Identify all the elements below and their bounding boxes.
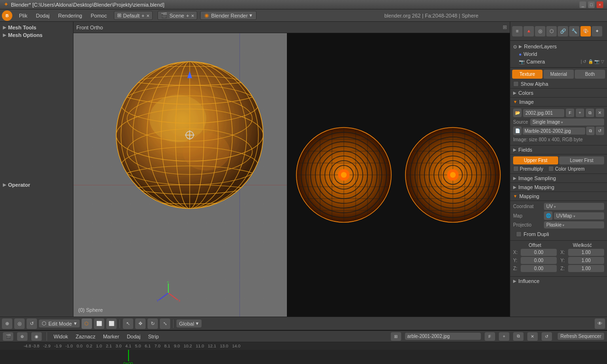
- seq-f-btn[interactable]: F: [485, 332, 495, 341]
- tab-material[interactable]: Material: [543, 70, 574, 79]
- file-copy-btn[interactable]: ⧉: [586, 127, 595, 135]
- props-icon-particles[interactable]: ✦: [592, 26, 602, 36]
- toolbar-icon-select[interactable]: ↖: [123, 318, 133, 329]
- show-alpha-checkbox[interactable]: [513, 81, 519, 87]
- projectio-dropdown[interactable]: Płaskie: [544, 221, 604, 228]
- seq-timeline[interactable]: -4.8 -3.8 -2.9 -1.9 -1.0 0.0 0.2 1.0 2.1…: [0, 342, 607, 364]
- image-mapping-header[interactable]: ▶ Image Mapping: [510, 182, 607, 191]
- mesh-tools-section[interactable]: ▶ Mesh Tools: [0, 24, 73, 31]
- image-f-btn[interactable]: F: [566, 109, 574, 117]
- image-delete-btn[interactable]: ✕: [596, 109, 604, 117]
- minimize-btn[interactable]: _: [579, 1, 586, 8]
- size-y-val[interactable]: 1.00: [568, 257, 604, 264]
- colors-section-header[interactable]: ▶ Colors: [510, 88, 607, 97]
- offset-y-val[interactable]: 0.00: [521, 257, 557, 264]
- offset-x-val[interactable]: 0.00: [521, 249, 557, 256]
- props-icon-object[interactable]: ⬡: [546, 26, 557, 36]
- toolbar-icon-1[interactable]: ⊕: [2, 318, 12, 329]
- seq-menu-strip[interactable]: Strip: [146, 334, 161, 339]
- layout-dropdown[interactable]: ⊞ Default + ×: [114, 11, 153, 20]
- toolbar-icon-2[interactable]: ◎: [14, 318, 25, 329]
- toolbar-icon-view[interactable]: 👁: [595, 318, 605, 329]
- seq-menu-zaznacz[interactable]: Zaznacz: [74, 334, 98, 339]
- toolbar-icon-grab[interactable]: ✥: [135, 318, 146, 329]
- props-icon-scene[interactable]: 🔺: [524, 26, 534, 36]
- tree-world[interactable]: ● World: [513, 50, 604, 58]
- file-path-field[interactable]: Marble-2001-2002.jpg: [523, 127, 585, 135]
- image-section-header[interactable]: ▼ Image: [510, 97, 607, 106]
- mode-dropdown[interactable]: ⬡ Edit Mode ▾: [39, 319, 80, 328]
- seq-menu-widok[interactable]: Widok: [52, 334, 70, 339]
- from-dupli-checkbox[interactable]: [516, 231, 522, 237]
- seq-plus-btn[interactable]: +: [499, 332, 509, 341]
- bottom-toolbar: ⊕ ◎ ↺ ⬡ Edit Mode ▾ ⬡ ⬜ ⬜ ↖ ✥ ↻ ⤡ Global…: [0, 317, 607, 330]
- props-icon-constraints[interactable]: 🔗: [558, 26, 568, 36]
- menu-dodaj[interactable]: Dodaj: [32, 12, 54, 19]
- seq-view-btn[interactable]: ⊞: [391, 332, 401, 341]
- toolbar-icon-scale[interactable]: ⤡: [160, 318, 170, 329]
- engine-dropdown[interactable]: ◉ Blender Render ▾: [200, 11, 257, 20]
- upper-first-btn[interactable]: Upper First: [513, 156, 558, 164]
- tab-both[interactable]: Both: [575, 70, 605, 79]
- image-add-btn[interactable]: +: [576, 109, 584, 117]
- props-icon-world[interactable]: ◎: [535, 26, 545, 36]
- menu-plik[interactable]: Plik: [15, 12, 31, 19]
- mesh-options-section[interactable]: ▶ Mesh Options: [0, 31, 73, 39]
- tree-render-layers[interactable]: ⊙ ▶ RenderLayers: [513, 43, 604, 50]
- seq-icon2-btn[interactable]: ⊕: [17, 332, 28, 341]
- size-x-val[interactable]: 1.00: [568, 249, 604, 256]
- menu-pomoc[interactable]: Pomoc: [87, 12, 110, 19]
- tl-num-5: -1.0: [65, 344, 73, 348]
- maximize-btn[interactable]: □: [588, 1, 595, 8]
- source-dropdown[interactable]: Single Image: [530, 118, 604, 126]
- snap-dropdown[interactable]: Global ▾: [176, 319, 202, 328]
- toolbar-icon-3[interactable]: ↺: [27, 318, 37, 329]
- operator-section[interactable]: ▶ Operator: [0, 181, 73, 189]
- select-mode-vert[interactable]: ⬡: [82, 318, 92, 329]
- toolbar-icon-rotate[interactable]: ↻: [147, 318, 158, 329]
- seq-del-btn[interactable]: ✕: [527, 332, 538, 341]
- image-copy-btn[interactable]: ⧉: [586, 109, 594, 117]
- seq-icon3-btn[interactable]: ◉: [31, 332, 42, 341]
- image-sampling-header[interactable]: ▶ Image Sampling: [510, 173, 607, 182]
- close-btn[interactable]: ×: [597, 1, 603, 8]
- lower-first-btn[interactable]: Lower First: [559, 156, 604, 164]
- scene-dropdown[interactable]: 🎬 Scene + ×: [157, 11, 197, 20]
- viewport-expand-icon[interactable]: ⊞: [503, 24, 507, 30]
- influence-section-header[interactable]: ▶ Influence: [510, 276, 607, 285]
- color-unprem-checkbox[interactable]: [548, 166, 554, 172]
- image-folder-icon[interactable]: 📂: [513, 109, 522, 117]
- mapping-section-header[interactable]: ▼ Mapping: [510, 191, 607, 200]
- offset-z-axis: Z:: [513, 266, 521, 271]
- props-icon-renderlayers[interactable]: ≡: [512, 26, 523, 36]
- seq-icon-btn[interactable]: 🎬: [3, 332, 13, 341]
- map-dropdown[interactable]: UVMap: [554, 212, 604, 219]
- offset-size-section: Offset X: 0.00 Y: 0.00 Z: 0.00 Wie: [510, 240, 607, 276]
- scene-add-icon: +: [186, 13, 189, 18]
- map-label: Map: [513, 213, 544, 218]
- coordinat-dropdown[interactable]: UV: [544, 203, 604, 210]
- select-mode-face[interactable]: ⬜: [106, 318, 117, 329]
- viewport-3d[interactable]: (0) Sphere X Y Z: [74, 33, 510, 317]
- seq-menu-dodaj[interactable]: Dodaj: [125, 334, 142, 339]
- seq-reload-btn[interactable]: ↺: [542, 332, 552, 341]
- size-z-val[interactable]: 1.00: [568, 265, 604, 272]
- render-layers-expand: ▶: [519, 44, 522, 49]
- select-mode-edge[interactable]: ⬜: [94, 318, 104, 329]
- uv-panel: [287, 33, 510, 317]
- refresh-btn[interactable]: Refresh Sequencer: [558, 333, 604, 340]
- props-icon-modifier[interactable]: 🔧: [569, 26, 579, 36]
- file-reload-btn[interactable]: ↺: [596, 127, 604, 135]
- tree-camera[interactable]: 📷 Camera | ↺ 🔒 📷 ▽: [513, 58, 604, 65]
- seq-copy-btn[interactable]: ⧉: [513, 332, 524, 341]
- menu-rendering[interactable]: Rendering: [54, 12, 86, 19]
- premultiply-checkbox[interactable]: [513, 166, 519, 172]
- seq-image-field[interactable]: arble-2001-2002.jpg: [405, 333, 481, 340]
- tab-texture[interactable]: Texture: [512, 70, 543, 79]
- offset-z-val[interactable]: 0.00: [521, 265, 557, 272]
- fields-section-header[interactable]: ▶ Fields: [510, 145, 607, 154]
- image-name-field[interactable]: 2002.jpg.001: [523, 109, 564, 117]
- seq-menu-marker[interactable]: Marker: [101, 334, 121, 339]
- props-icon-texture[interactable]: 🎨: [580, 26, 591, 36]
- offset-y-axis: Y:: [513, 258, 521, 263]
